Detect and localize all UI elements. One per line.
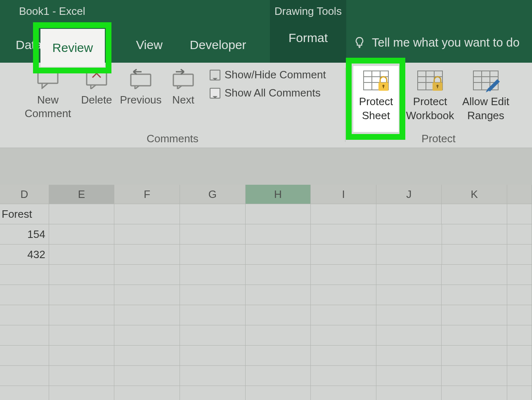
cell[interactable] [311,346,376,366]
new-comment-button[interactable]: New Comment [19,63,77,120]
cell[interactable] [180,224,246,245]
cell[interactable] [180,325,246,346]
cell[interactable] [0,305,49,325]
cell[interactable] [246,285,311,305]
cell[interactable] [507,386,532,400]
protect-sheet-button[interactable]: Protect Sheet [353,66,399,132]
cell[interactable] [507,245,532,265]
cell[interactable] [442,224,508,245]
cell[interactable] [507,346,532,366]
cell[interactable] [49,346,115,366]
cell[interactable] [376,204,442,224]
cell[interactable] [114,224,180,245]
cell[interactable] [311,325,376,346]
cell[interactable] [246,265,311,285]
cell[interactable] [376,265,442,285]
cell[interactable] [49,325,115,346]
cell[interactable] [376,305,442,325]
cell[interactable] [49,204,115,224]
cell[interactable] [442,245,508,265]
column-header-h[interactable]: H [246,185,311,204]
show-all-comments-button[interactable]: Show All Comments [210,87,321,99]
cell[interactable] [246,346,311,366]
cell[interactable] [442,346,507,366]
cell[interactable] [311,204,376,224]
cell[interactable] [246,204,311,224]
cell[interactable] [442,265,507,285]
column-header-f[interactable]: F [114,185,180,204]
column-header-d[interactable]: D [0,185,49,204]
cell[interactable] [180,366,246,386]
cell[interactable] [442,285,507,305]
column-header-i[interactable]: I [311,185,376,204]
cell[interactable] [246,325,311,346]
cell[interactable] [49,366,115,386]
cell[interactable] [311,224,376,245]
cell[interactable] [442,366,507,386]
cell[interactable] [311,245,376,265]
cell[interactable] [442,386,507,400]
cell[interactable] [114,265,180,285]
cell[interactable] [311,285,376,305]
column-header-j[interactable]: J [376,185,442,204]
delete-comment-button[interactable]: Delete [77,63,116,107]
cell[interactable] [246,245,311,265]
cell[interactable] [246,224,311,245]
cell[interactable] [376,245,442,265]
column-header-edge[interactable] [507,185,532,204]
cell[interactable] [180,245,246,265]
cell[interactable] [507,305,532,325]
cell[interactable] [114,386,180,400]
tab-format[interactable]: Format [270,22,346,63]
cell[interactable] [376,224,442,245]
cell[interactable] [507,204,532,224]
cell[interactable] [0,265,49,285]
tell-me-search[interactable]: Tell me what you want to do [353,22,520,63]
allow-edit-ranges-button[interactable]: Allow Edit Ranges [459,66,513,123]
cell[interactable] [0,366,49,386]
cell[interactable] [442,325,507,346]
cell[interactable] [0,386,49,400]
cell[interactable] [507,285,532,305]
cell[interactable] [507,224,532,245]
cell[interactable] [376,346,442,366]
cell[interactable] [311,366,376,386]
cell[interactable]: Forest [0,204,49,224]
cell[interactable] [246,305,311,325]
cell[interactable] [114,285,180,305]
cell[interactable] [376,285,442,305]
spreadsheet-grid[interactable]: D E F G H I J K Forest 154 [0,185,532,400]
cell[interactable] [180,346,246,366]
cell[interactable] [311,265,376,285]
cell[interactable] [114,346,180,366]
tab-developer[interactable]: Developer [182,36,254,63]
column-header-e[interactable]: E [49,185,115,204]
cell[interactable] [376,366,442,386]
cell[interactable] [114,245,180,265]
cell[interactable] [507,265,532,285]
previous-comment-button[interactable]: Previous [118,63,163,107]
cell[interactable] [180,265,246,285]
cell[interactable] [311,305,376,325]
cell[interactable] [180,204,246,224]
cell[interactable] [0,346,49,366]
column-header-g[interactable]: G [180,185,246,204]
cell[interactable] [507,366,532,386]
cell[interactable]: 432 [0,245,49,265]
cell[interactable] [114,305,180,325]
cell[interactable] [376,386,442,400]
cell[interactable] [246,366,311,386]
cell[interactable] [49,305,115,325]
cell[interactable] [180,386,246,400]
cell[interactable] [507,325,532,346]
cell[interactable] [180,285,246,305]
cell[interactable]: 154 [0,224,49,245]
cell[interactable] [0,285,49,305]
cell[interactable] [114,366,180,386]
cell[interactable] [180,305,246,325]
cell[interactable] [49,265,115,285]
show-hide-comment-button[interactable]: Show/Hide Comment [210,68,326,81]
cell[interactable] [311,386,376,400]
column-header-k[interactable]: K [442,185,507,204]
cell[interactable] [49,245,115,265]
